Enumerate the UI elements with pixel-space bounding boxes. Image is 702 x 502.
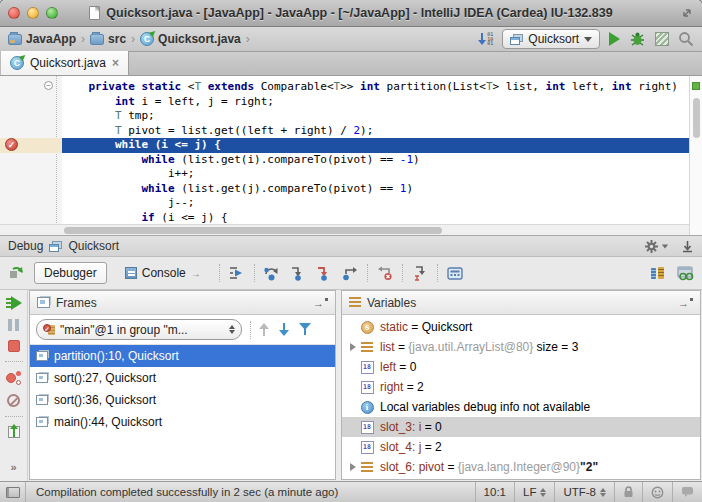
step-over-button[interactable] <box>263 264 281 282</box>
run-button[interactable] <box>609 32 620 46</box>
encoding-widget[interactable]: UTF-8 <box>554 482 614 502</box>
code-line[interactable]: T tmp; <box>62 109 689 124</box>
variable-row[interactable]: 18slot_3: i = 0 <box>342 417 700 437</box>
vertical-scroll-thumb[interactable] <box>693 98 700 138</box>
ordered-list-icon[interactable]: 011001 <box>478 30 493 48</box>
dump-threads-icon[interactable] <box>648 264 666 282</box>
breadcrumb-item-src[interactable]: src <box>90 32 126 46</box>
toolwindow-toggle-icon[interactable] <box>0 482 26 502</box>
step-into-button[interactable] <box>289 264 307 282</box>
rerun-button[interactable] <box>8 264 26 282</box>
tab-debugger[interactable]: Debugger <box>34 262 107 284</box>
gutter-row[interactable] <box>0 211 62 226</box>
force-step-into-button[interactable] <box>315 264 333 282</box>
thread-selector-dropdown[interactable]: ✓ "main"@1 in group "m... <box>36 319 242 340</box>
evaluate-expression-button[interactable] <box>446 264 464 282</box>
lock-icon[interactable] <box>614 482 642 502</box>
drop-frame-button[interactable] <box>376 264 394 282</box>
resize-icon[interactable] <box>680 6 694 20</box>
frame-row[interactable]: sort():27, Quicksort <box>30 367 335 389</box>
highlighting-level-icon[interactable] <box>642 482 672 502</box>
breadcrumb-item-javaapp[interactable]: JavaApp <box>8 32 76 46</box>
arrow-up-box-icon[interactable] <box>8 426 20 438</box>
editor-gutter[interactable]: −✓ <box>0 76 62 235</box>
search-everywhere-icon[interactable] <box>678 31 694 47</box>
frame-row[interactable]: main():44, Quicksort <box>30 411 335 433</box>
caret-position-widget[interactable]: 10:1 <box>475 482 514 502</box>
breadcrumb-item-quicksort-java[interactable]: CQuicksort.java <box>140 32 241 46</box>
pin-icon[interactable]: → <box>678 297 693 309</box>
previous-frame-button[interactable] <box>259 323 269 336</box>
editor-tab-quicksort[interactable]: C Quicksort.java × <box>0 51 129 75</box>
minimize-window-button[interactable] <box>27 7 39 19</box>
run-with-coverage-button[interactable] <box>655 32 669 46</box>
horizontal-scrollbar[interactable] <box>0 224 689 235</box>
variable-row[interactable]: 18slot_4: j = 2 <box>342 437 700 457</box>
document-icon <box>89 6 100 20</box>
code-line[interactable]: while (list.get(j).compareTo(pivot) == 1… <box>62 182 689 197</box>
code-editor[interactable]: −✓ private static <T extends Comparable<… <box>0 76 702 235</box>
view-breakpoints-button[interactable] <box>6 371 22 385</box>
variable-row[interactable]: iLocal variables debug info not availabl… <box>342 397 700 417</box>
execution-line[interactable]: while (i <= j) { <box>62 138 689 153</box>
expand-arrow-icon[interactable] <box>346 343 360 351</box>
variables-panel-header[interactable]: Variables → <box>342 291 700 315</box>
gutter-row[interactable] <box>0 124 62 139</box>
settings-gear-icon[interactable] <box>644 239 669 254</box>
gutter-row[interactable] <box>0 153 62 168</box>
hide-toolwindow-icon[interactable] <box>681 240 694 253</box>
code-line[interactable]: while (list.get(i).compareTo(pivot) == -… <box>62 153 689 168</box>
frames-panel: Frames → ✓ "main"@1 in group "m... parti… <box>29 290 336 480</box>
resume-button[interactable] <box>6 296 22 310</box>
code-line[interactable]: if (i <= j) { <box>62 211 689 226</box>
gutter-row[interactable] <box>0 95 62 110</box>
pin-icon[interactable]: → <box>313 297 328 309</box>
inspection-status-icon[interactable] <box>692 82 700 90</box>
debug-toolwindow-header[interactable]: Debug Quicksort <box>0 235 702 257</box>
editor-code[interactable]: private static <T extends Comparable<T>>… <box>62 76 689 235</box>
status-message[interactable]: Compilation completed successfully in 2 … <box>26 486 475 498</box>
breakpoint-icon[interactable]: ✓ <box>5 138 18 151</box>
gutter-row[interactable] <box>0 196 62 211</box>
next-frame-button[interactable] <box>279 323 289 336</box>
fold-icon[interactable]: − <box>44 81 53 90</box>
editor-scrollbar[interactable] <box>689 76 702 235</box>
more-actions-icon[interactable]: » <box>10 461 16 473</box>
frames-panel-header[interactable]: Frames → <box>30 291 335 315</box>
gutter-row[interactable] <box>0 109 62 124</box>
code-line[interactable]: private static <T extends Comparable<T>>… <box>62 80 689 95</box>
line-separator-widget[interactable]: LF <box>514 482 554 502</box>
expand-arrow-icon[interactable] <box>346 463 360 471</box>
stop-button[interactable] <box>8 340 20 352</box>
gutter-row[interactable]: − <box>0 80 62 95</box>
variable-row[interactable]: 18left = 0 <box>342 357 700 377</box>
watches-icon[interactable] <box>676 264 694 282</box>
gutter-row[interactable] <box>0 167 62 182</box>
gutter-row[interactable]: ✓ <box>0 138 62 153</box>
hide-library-frames-filter-icon[interactable] <box>299 323 311 336</box>
run-configuration-dropdown[interactable]: Quicksort <box>502 29 600 49</box>
variable-row[interactable]: list = {java.util.ArrayList@80} size = 3 <box>342 337 700 357</box>
close-window-button[interactable] <box>8 7 20 19</box>
code-line[interactable]: i++; <box>62 167 689 182</box>
gutter-row[interactable] <box>0 182 62 197</box>
show-execution-point-button[interactable] <box>228 264 246 282</box>
mute-breakpoints-button[interactable] <box>7 394 20 407</box>
variable-row[interactable]: sstatic = Quicksort <box>342 317 700 337</box>
pause-button[interactable] <box>8 319 19 331</box>
horizontal-scroll-thumb[interactable] <box>64 227 442 234</box>
close-tab-icon[interactable]: × <box>112 56 119 70</box>
variable-row[interactable]: slot_6: pivot = {java.lang.Integer@90}"2… <box>342 457 700 477</box>
run-to-cursor-button[interactable] <box>411 264 429 282</box>
step-out-button[interactable] <box>341 264 359 282</box>
event-log-bubble-icon[interactable] <box>672 482 702 502</box>
code-line[interactable]: j--; <box>62 196 689 211</box>
code-line[interactable]: T pivot = list.get((left + right) / 2); <box>62 124 689 139</box>
zoom-window-button[interactable] <box>46 7 58 19</box>
tab-console[interactable]: Console → <box>115 262 211 284</box>
debug-button[interactable] <box>629 31 646 47</box>
variable-row[interactable]: 18right = 2 <box>342 377 700 397</box>
frame-row[interactable]: sort():36, Quicksort <box>30 389 335 411</box>
code-line[interactable]: int i = left, j = right; <box>62 95 689 110</box>
frame-row[interactable]: partition():10, Quicksort <box>30 345 335 367</box>
